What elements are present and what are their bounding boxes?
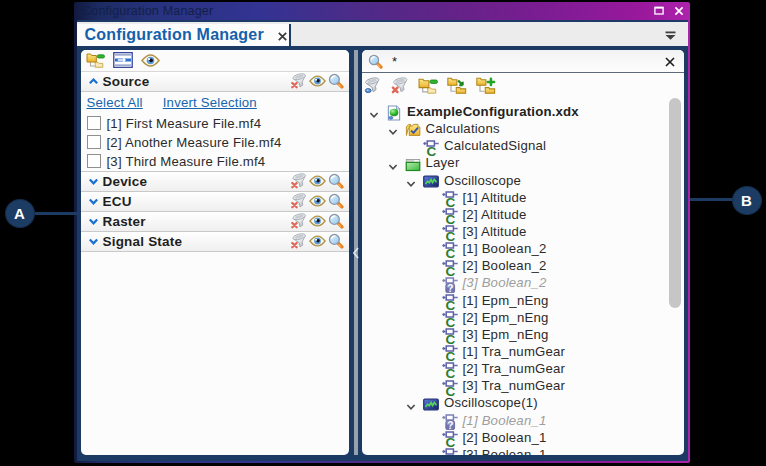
tree-scrollbar-thumb[interactable] [669,98,681,308]
signal-icon [442,189,458,205]
measure-file-checkbox[interactable] [87,135,101,149]
tree-item[interactable]: [1] Epm_nEng [362,292,684,309]
tab-configuration-manager[interactable]: Configuration Manager [77,24,291,46]
tree-item[interactable]: [2] Boolean_1 [362,429,684,446]
chevron-down-icon[interactable] [405,397,417,409]
table-mapping-icon[interactable] [113,52,133,68]
chevron-placeholder [424,277,436,289]
search-input[interactable]: * [392,54,664,69]
tree-item[interactable]: [3] Epm_nEng [362,326,684,343]
chevron-down-icon[interactable] [88,196,99,207]
section-header-ecu[interactable]: ECU [81,192,349,212]
remove-filter-icon[interactable] [291,173,307,189]
tree-item[interactable]: [2] Epm_nEng [362,309,684,326]
expand-selected-icon[interactable] [447,77,467,94]
tree-item-label: Layer [426,155,460,170]
remove-filter-icon[interactable] [291,73,307,89]
filter-icon[interactable] [364,77,382,94]
tree-item[interactable]: [1] Tra_numGear [362,343,684,360]
collapse-all-icon[interactable] [418,77,438,94]
section-header-signal-state[interactable]: Signal State [81,232,349,252]
eye-icon[interactable] [309,215,326,227]
chevron-down-icon[interactable] [387,123,399,135]
expand-all-icon[interactable] [476,77,496,94]
folder-check-icon [405,122,421,138]
eye-icon[interactable] [309,235,326,247]
tree-item-label: CalculatedSignal [444,138,546,153]
collapse-folders-icon[interactable] [86,52,105,68]
eye-icon[interactable] [309,75,326,87]
configuration-icon [386,104,402,120]
maximize-button[interactable] [653,5,664,16]
chevron-placeholder [424,243,436,255]
section-header-icons [291,173,344,189]
chevron-down-icon[interactable] [387,126,399,138]
tree-item[interactable]: [1] Boolean_1 [362,412,684,429]
remove-filter-icon[interactable] [291,213,307,229]
tree-item[interactable]: Oscilloscope(1) [362,394,684,411]
chevron-down-icon[interactable] [405,174,417,186]
configuration-tree-panel: * ExampleConfiguration.xdxCalculationsCa… [362,50,684,455]
magnifier-icon[interactable] [328,193,344,209]
tree-item[interactable]: [2] Tra_numGear [362,360,684,377]
chevron-down-icon[interactable] [88,236,99,247]
remove-filter-icon[interactable] [391,77,409,94]
chevron-up-icon[interactable] [88,76,99,87]
magnifier-icon[interactable] [328,173,344,189]
magnifier-icon[interactable] [328,233,344,249]
chevron-down-icon[interactable] [88,176,99,187]
tree-item[interactable]: [3] Altitude [362,223,684,240]
chevron-down-icon[interactable] [88,216,99,227]
tab-close-icon[interactable] [277,31,288,42]
chevron-down-icon[interactable] [368,106,380,118]
eye-icon[interactable] [141,54,160,67]
callout-a-line [33,212,78,215]
layer-icon [405,157,421,173]
clear-search-icon[interactable] [664,56,676,68]
chevron-down-icon[interactable] [387,157,399,169]
window-titlebar[interactable]: Configuration Manager [74,2,690,20]
section-header-raster[interactable]: Raster [81,212,349,232]
tree-item[interactable]: [3] Boolean_2 [362,274,684,291]
tree-item[interactable]: [2] Altitude [362,206,684,223]
eye-icon[interactable] [309,175,326,187]
chevron-down-icon[interactable] [405,178,417,190]
measure-file-checkbox[interactable] [87,154,101,168]
filter-panel: SourceSelect AllInvert Selection[1] Firs… [81,50,349,455]
chevron-down-icon[interactable] [368,109,380,121]
tree-item[interactable]: [3] Boolean_1 [362,446,684,455]
tree-item[interactable]: ExampleConfiguration.xdx [362,103,684,120]
chevron-placeholder [424,260,436,272]
tree-item[interactable]: Layer [362,154,684,171]
magnifier-icon[interactable] [328,213,344,229]
link-invert-selection[interactable]: Invert Selection [163,95,257,110]
tree-item[interactable]: [1] Boolean_2 [362,240,684,257]
tab-list-dropdown-icon[interactable] [665,31,676,40]
panel-splitter[interactable] [354,50,358,455]
tree-item-label: [2] Tra_numGear [463,361,566,376]
chevron-down-icon[interactable] [405,401,417,413]
section-header-source[interactable]: Source [81,72,349,92]
tree-item[interactable]: CalculatedSignal [362,137,684,154]
chevron-placeholder [424,380,436,392]
splitter-collapse-icon[interactable] [351,246,361,260]
close-button[interactable] [673,5,684,16]
tree-item[interactable]: [2] Boolean_2 [362,257,684,274]
tree-item[interactable]: [3] Tra_numGear [362,377,684,394]
tree-item[interactable]: [1] Altitude [362,189,684,206]
section-header-device[interactable]: Device [81,172,349,192]
oscilloscope-icon [423,175,439,188]
source-links-row: Select AllInvert Selection [81,92,349,114]
measure-file-label: [1] First Measure File.mf4 [107,116,262,131]
remove-filter-icon[interactable] [291,233,307,249]
tree-item[interactable]: Oscilloscope [362,172,684,189]
eye-icon[interactable] [309,195,326,207]
signal-missing-icon [442,275,458,291]
chevron-down-icon[interactable] [387,161,399,173]
callout-b-line [690,198,733,201]
tree-item[interactable]: Calculations [362,120,684,137]
remove-filter-icon[interactable] [291,193,307,209]
measure-file-checkbox[interactable] [87,116,101,130]
link-select-all[interactable]: Select All [87,95,143,110]
magnifier-icon[interactable] [328,73,344,89]
